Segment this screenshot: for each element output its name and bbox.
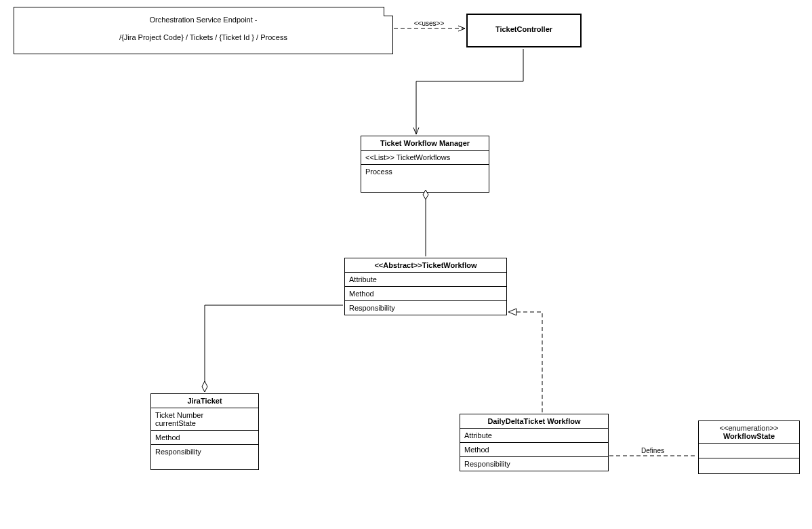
- daily-delta-attributes: Attribute: [460, 429, 608, 443]
- class-workflow-state: <<enumeration>> WorkflowState: [698, 420, 800, 474]
- daily-delta-method: Method: [464, 446, 489, 454]
- class-workflow-manager: Ticket Workflow Manager <<List>> TicketW…: [361, 136, 489, 193]
- jira-ticket-attr-1: Ticket Number: [155, 411, 254, 419]
- ticket-workflow-responsibility: Responsibility: [345, 301, 506, 315]
- jira-ticket-methods: Method: [151, 431, 258, 445]
- class-ticket-workflow: <<Abstract>>TicketWorkflow Attribute Met…: [344, 258, 507, 315]
- ticket-workflow-title: <<Abstract>>TicketWorkflow: [345, 258, 506, 273]
- ticket-workflow-method: Method: [349, 290, 374, 298]
- ticket-workflow-attr: Attribute: [349, 275, 377, 283]
- note-orchestration-endpoint: Orchestration Service Endpoint - /{Jira …: [14, 7, 393, 54]
- workflow-state-section-2: [699, 458, 799, 473]
- ticket-workflow-attributes: Attribute: [345, 273, 506, 287]
- jira-ticket-title: JiraTicket: [151, 394, 258, 408]
- diamond-jira-icon: [202, 381, 207, 392]
- workflow-state-header: <<enumeration>> WorkflowState: [699, 421, 799, 444]
- ticket-workflow-resp: Responsibility: [349, 304, 395, 312]
- workflow-manager-attributes: <<List>> TicketWorkflows: [361, 151, 489, 165]
- daily-delta-attr: Attribute: [464, 431, 492, 439]
- workflow-manager-method-1: Process: [365, 168, 392, 176]
- jira-ticket-resp: Responsibility: [155, 448, 201, 456]
- edge-workflow-aggregates-jira-line: [205, 305, 343, 392]
- workflow-manager-title: Ticket Workflow Manager: [361, 136, 489, 151]
- ticket-workflow-methods: Method: [345, 287, 506, 301]
- edge-controller-to-manager: [416, 49, 523, 134]
- note-fold-icon: [384, 7, 393, 16]
- workflow-state-title: WorkflowState: [703, 432, 795, 440]
- jira-ticket-attributes: Ticket Number currentState: [151, 408, 258, 431]
- class-ticket-controller: TicketController: [466, 14, 582, 47]
- class-jira-ticket: JiraTicket Ticket Number currentState Me…: [150, 393, 259, 470]
- workflow-state-section-1: [699, 444, 799, 458]
- label-defines: Defines: [641, 447, 664, 454]
- workflow-manager-attr-1: <<List>> TicketWorkflows: [365, 153, 450, 161]
- edge-dailydelta-realizes-workflow: [508, 312, 542, 412]
- jira-ticket-responsibility: Responsibility: [151, 445, 258, 469]
- jira-ticket-method: Method: [155, 433, 180, 442]
- workflow-manager-methods: Process: [361, 165, 489, 192]
- daily-delta-title: DailyDeltaTicket Workflow: [460, 414, 608, 429]
- label-uses: <<uses>>: [414, 20, 445, 27]
- jira-ticket-attr-2: currentState: [155, 419, 254, 427]
- class-daily-delta-workflow: DailyDeltaTicket Workflow Attribute Meth…: [460, 414, 609, 471]
- daily-delta-resp: Responsibility: [464, 460, 510, 468]
- note-line-1: Orchestration Service Endpoint -: [22, 16, 384, 24]
- daily-delta-responsibility: Responsibility: [460, 457, 608, 471]
- ticket-controller-title: TicketController: [468, 15, 580, 43]
- note-line-2: /{Jira Project Code} / Tickets / {Ticket…: [22, 33, 384, 41]
- workflow-state-stereo: <<enumeration>>: [703, 424, 795, 432]
- daily-delta-methods: Method: [460, 443, 608, 457]
